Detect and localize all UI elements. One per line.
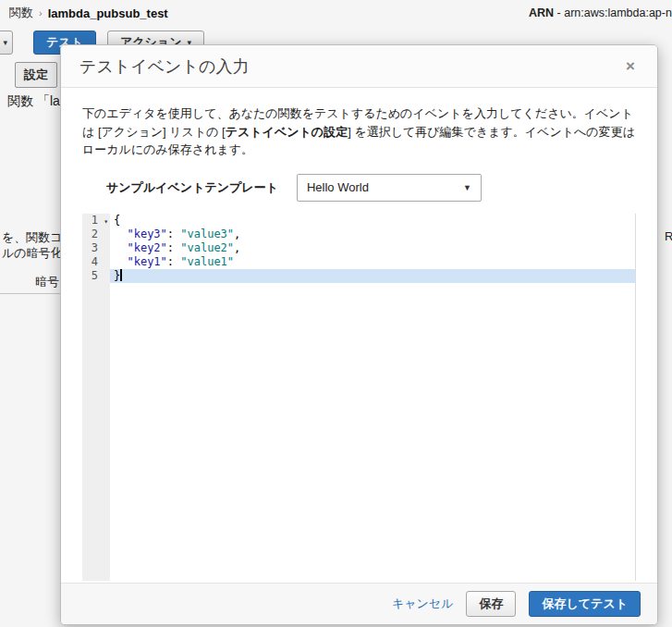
gutter-line-number: 2 — [82, 227, 110, 241]
code-token: : — [167, 241, 180, 254]
sample-event-template-label: サンプルイベントテンプレート — [106, 179, 278, 196]
description-bold-text: テストイベントの設定 — [226, 125, 348, 139]
code-line[interactable]: } — [110, 269, 635, 283]
editor-gutter: 1▾2345 — [82, 214, 110, 582]
modal-title: テストイベントの入力 — [79, 55, 249, 78]
code-line[interactable]: "key2": "value2", — [110, 241, 635, 255]
cancel-button[interactable]: キャンセル — [392, 596, 454, 612]
template-row: サンプルイベントテンプレート Hello World ▼ — [82, 174, 636, 202]
code-token: : — [167, 255, 180, 268]
code-token: "value3" — [180, 227, 234, 240]
modal-header: テストイベントの入力 × — [61, 45, 657, 88]
modal-body: 下のエディタを使用して、あなたの関数をテストするためのイベントを入力してください… — [61, 88, 657, 583]
fold-toggle-icon[interactable]: ▾ — [104, 215, 108, 228]
gutter-line-number: 3 — [82, 241, 110, 255]
modal-footer: キャンセル 保存 保存してテスト — [61, 583, 657, 624]
code-line[interactable]: "key3": "value3", — [110, 227, 635, 241]
test-event-input-modal: テストイベントの入力 × 下のエディタを使用して、あなたの関数をテストするための… — [60, 44, 658, 625]
code-line[interactable]: { — [110, 214, 635, 227]
save-and-test-button[interactable]: 保存してテスト — [529, 591, 641, 617]
chevron-down-icon: ▼ — [463, 183, 471, 192]
code-token: } — [114, 269, 120, 282]
gutter-line-number: 1▾ — [82, 214, 110, 227]
editor-content[interactable]: { "key3": "value3", "key2": "value2", "k… — [110, 214, 635, 582]
template-select[interactable]: Hello World ▼ — [297, 174, 482, 202]
json-event-editor[interactable]: 1▾2345 { "key3": "value3", "key2": "valu… — [82, 214, 636, 582]
code-token — [114, 255, 127, 268]
gutter-line-number: 5 — [82, 269, 110, 283]
code-token: , — [234, 241, 240, 254]
code-token: "value1" — [180, 255, 234, 268]
code-token: "value2" — [180, 241, 234, 254]
modal-description: 下のエディタを使用して、あなたの関数をテストするためのイベントを入力してください… — [82, 104, 636, 159]
code-token: : — [167, 227, 180, 240]
code-line[interactable]: "key1": "value1" — [110, 255, 635, 269]
template-selected-value: Hello World — [307, 180, 369, 194]
close-icon[interactable]: × — [622, 56, 639, 76]
code-token — [114, 227, 127, 240]
code-token: "key3" — [127, 227, 166, 240]
code-token: "key2" — [127, 241, 166, 254]
text-cursor — [120, 269, 122, 281]
code-token: { — [114, 214, 120, 227]
code-token — [114, 241, 127, 254]
save-button[interactable]: 保存 — [466, 591, 516, 617]
gutter-line-number: 4 — [82, 255, 110, 269]
code-token: , — [234, 227, 240, 240]
code-token: "key1" — [127, 255, 166, 268]
lambda-console-screen: 関数 › lambda_pubsub_test ARN - arn:aws:la… — [0, 0, 672, 627]
